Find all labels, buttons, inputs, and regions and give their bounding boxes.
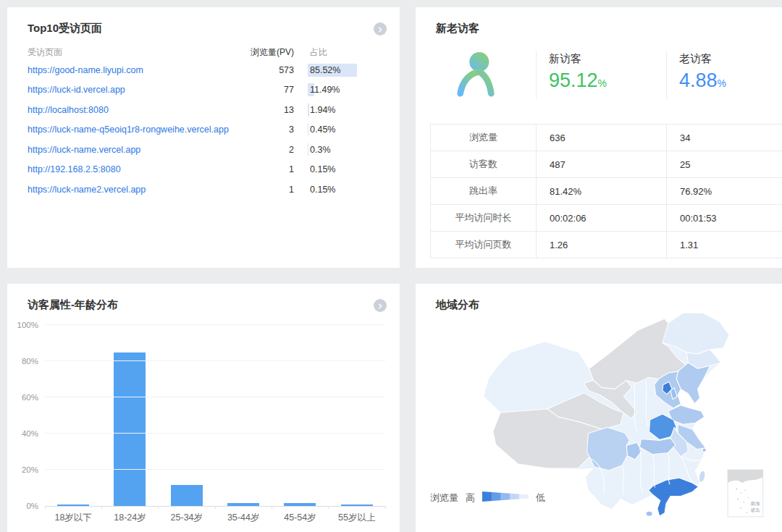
chevron-right-icon bbox=[377, 299, 383, 312]
bar-slot bbox=[272, 503, 328, 507]
china-map[interactable]: 南海 诸岛 bbox=[445, 301, 782, 521]
metric-new-value: 487 bbox=[536, 151, 666, 177]
more-button[interactable] bbox=[374, 22, 387, 35]
table-row: http://192.168.2.5:808010.15% bbox=[28, 160, 379, 180]
panel-title: 访客属性-年龄分布 bbox=[28, 298, 118, 312]
old-visitor-stat: 老访客 4.88% bbox=[666, 51, 782, 99]
gridline bbox=[45, 324, 385, 325]
top-pages-table: 受访页面 浏览量(PV) 占比 https://good-name.liyupi… bbox=[28, 44, 379, 200]
bar-slot bbox=[159, 485, 215, 506]
pv-value: 2 bbox=[232, 145, 294, 155]
table-header-row: 受访页面 浏览量(PV) 占比 bbox=[28, 44, 379, 60]
bar-slot bbox=[215, 503, 272, 507]
metric-old-value: 34 bbox=[666, 124, 782, 151]
metric-old-value: 00:01:53 bbox=[666, 205, 782, 231]
ratio-value: 0.15% bbox=[310, 185, 335, 195]
new-visitor-unit: % bbox=[598, 77, 607, 89]
ratio-value: 0.3% bbox=[310, 145, 331, 155]
table-row: 访客数48725 bbox=[430, 151, 782, 178]
table-row: http://localhost:8080131.94% bbox=[28, 100, 379, 120]
column-header-ratio: 占比 bbox=[310, 46, 379, 59]
column-header-pv: 浏览量(PV) bbox=[232, 46, 294, 59]
legend-metric-label: 浏览量 bbox=[430, 491, 458, 504]
bar[interactable] bbox=[57, 504, 89, 506]
x-axis-tick bbox=[385, 506, 386, 509]
pv-value: 1 bbox=[232, 185, 294, 195]
ratio-cell: 0.15% bbox=[310, 164, 379, 174]
x-axis-label: 35-44岁 bbox=[215, 512, 272, 524]
inset-label-line1: 南海 bbox=[750, 501, 760, 507]
ratio-cell: 1.94% bbox=[310, 105, 379, 115]
ratio-cell: 0.15% bbox=[310, 185, 379, 195]
bar-slot bbox=[101, 352, 158, 507]
table-row: 跳出率81.42%76.92% bbox=[430, 178, 782, 205]
age-x-axis-labels: 18岁以下18-24岁25-34岁35-44岁45-54岁55岁以上 bbox=[45, 512, 385, 524]
gridline bbox=[45, 469, 385, 470]
pv-value: 573 bbox=[232, 65, 294, 75]
panel-region-distribution: 地域分布 bbox=[416, 284, 782, 532]
bar[interactable] bbox=[284, 503, 316, 507]
x-axis-tick bbox=[272, 506, 272, 509]
age-bar-chart: 0%20%40%60%80%100% bbox=[45, 326, 385, 507]
table-row: 平均访问页数1.261.31 bbox=[430, 232, 782, 258]
panel-title: Top10受访页面 bbox=[28, 22, 102, 35]
bar[interactable] bbox=[114, 352, 146, 507]
panel-title: 新老访客 bbox=[436, 22, 479, 35]
old-visitor-unit: % bbox=[718, 77, 726, 89]
y-axis-label: 20% bbox=[9, 465, 38, 474]
page-link[interactable]: https://luck-name.vercel.app bbox=[28, 145, 232, 155]
old-visitor-label: 老访客 bbox=[679, 52, 782, 66]
x-axis-tick bbox=[215, 506, 216, 509]
ratio-cell: 0.45% bbox=[310, 124, 379, 135]
more-button[interactable] bbox=[374, 299, 387, 312]
bar[interactable] bbox=[227, 503, 259, 507]
page-link[interactable]: https://luck-name-q5eoiq1r8-rongweihe.ve… bbox=[28, 124, 232, 135]
page-link[interactable]: http://192.168.2.5:8080 bbox=[28, 164, 232, 174]
panel-visitors: 新老访客 新访客 95.12% bbox=[416, 7, 782, 268]
ratio-value: 0.15% bbox=[310, 164, 335, 174]
metric-old-value: 76.92% bbox=[666, 178, 782, 204]
table-body: https://good-name.liyupi.com57385.52%htt… bbox=[28, 60, 379, 200]
pv-value: 77 bbox=[232, 85, 294, 95]
ratio-cell: 85.52% bbox=[310, 65, 379, 75]
metric-label: 访客数 bbox=[430, 151, 536, 177]
bar[interactable] bbox=[341, 504, 373, 506]
visitor-person-icon bbox=[453, 50, 498, 101]
x-axis-tick bbox=[101, 506, 102, 509]
old-visitor-value: 4.88 bbox=[679, 69, 718, 91]
bar[interactable] bbox=[171, 485, 203, 506]
new-visitor-value: 95.12 bbox=[549, 69, 598, 91]
table-row: 平均访问时长00:02:0600:01:53 bbox=[430, 205, 782, 232]
panel-age-distribution: 访客属性-年龄分布 0%20%40%60%80%100% 18岁以下18-24岁… bbox=[7, 284, 400, 532]
new-visitor-label: 新访客 bbox=[549, 52, 666, 66]
metric-label: 平均访问页数 bbox=[430, 232, 536, 258]
page-link[interactable]: https://good-name.liyupi.com bbox=[28, 65, 232, 75]
table-row: https://luck-name2.vercel.app10.15% bbox=[28, 180, 379, 200]
table-row: https://good-name.liyupi.com57385.52% bbox=[28, 60, 379, 80]
x-axis-label: 45-54岁 bbox=[272, 512, 328, 524]
page-link[interactable]: https://luck-name2.vercel.app bbox=[28, 185, 232, 195]
x-axis-label: 55岁以上 bbox=[329, 512, 385, 524]
table-row: 浏览量63634 bbox=[430, 124, 782, 151]
south-sea-inset: 南海 诸岛 bbox=[728, 470, 763, 517]
ratio-value: 1.94% bbox=[310, 105, 335, 115]
map-legend: 浏览量 高 低 bbox=[430, 491, 545, 504]
legend-gradient-wedge-icon bbox=[482, 491, 529, 504]
metric-new-value: 81.42% bbox=[536, 178, 666, 204]
panel-top-pages: Top10受访页面 受访页面 浏览量(PV) 占比 https://good-n… bbox=[7, 7, 400, 268]
metric-old-value: 1.31 bbox=[666, 232, 782, 258]
pv-value: 1 bbox=[232, 164, 294, 174]
ratio-cell: 0.3% bbox=[310, 145, 379, 155]
ratio-value: 0.45% bbox=[310, 124, 335, 135]
y-axis-label: 60% bbox=[9, 393, 38, 402]
metric-label: 浏览量 bbox=[430, 124, 536, 151]
bar-slot bbox=[329, 504, 385, 506]
y-axis-label: 0% bbox=[9, 502, 38, 510]
legend-high-label: 高 bbox=[466, 491, 475, 504]
x-axis-tick bbox=[328, 506, 329, 509]
x-axis-label: 25-34岁 bbox=[159, 512, 215, 524]
pv-value: 13 bbox=[232, 105, 294, 115]
page-link[interactable]: https://luck-id.vercel.app bbox=[28, 85, 232, 95]
metric-old-value: 25 bbox=[666, 151, 782, 177]
page-link[interactable]: http://localhost:8080 bbox=[28, 105, 232, 115]
